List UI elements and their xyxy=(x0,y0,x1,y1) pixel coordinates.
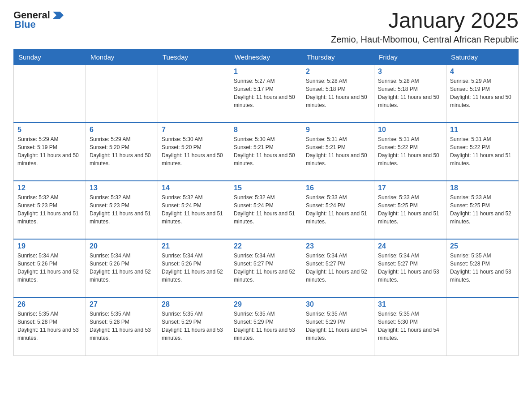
day-info: Sunrise: 5:29 AMSunset: 5:19 PMDaylight:… xyxy=(17,135,82,167)
calendar-cell: 23Sunrise: 5:34 AMSunset: 5:27 PMDayligh… xyxy=(302,239,374,297)
day-info: Sunrise: 5:35 AMSunset: 5:28 PMDaylight:… xyxy=(450,252,515,284)
calendar-cell: 11Sunrise: 5:31 AMSunset: 5:22 PMDayligh… xyxy=(446,123,519,181)
day-info: Sunrise: 5:30 AMSunset: 5:20 PMDaylight:… xyxy=(162,135,226,167)
weekday-header-wednesday: Wednesday xyxy=(230,49,302,64)
calendar-week-row: 26Sunrise: 5:35 AMSunset: 5:28 PMDayligh… xyxy=(14,297,519,355)
day-info: Sunrise: 5:35 AMSunset: 5:29 PMDaylight:… xyxy=(306,310,370,342)
calendar-cell: 24Sunrise: 5:34 AMSunset: 5:27 PMDayligh… xyxy=(374,239,446,297)
day-info: Sunrise: 5:29 AMSunset: 5:20 PMDaylight:… xyxy=(90,135,154,167)
day-number: 26 xyxy=(17,300,82,308)
day-number: 21 xyxy=(162,242,226,250)
calendar-cell: 1Sunrise: 5:27 AMSunset: 5:17 PMDaylight… xyxy=(230,64,302,123)
calendar-cell: 10Sunrise: 5:31 AMSunset: 5:22 PMDayligh… xyxy=(374,123,446,181)
weekday-header-thursday: Thursday xyxy=(302,49,374,64)
day-number: 13 xyxy=(90,184,154,192)
day-number: 18 xyxy=(450,184,515,192)
day-info: Sunrise: 5:34 AMSunset: 5:26 PMDaylight:… xyxy=(90,252,154,284)
day-info: Sunrise: 5:28 AMSunset: 5:18 PMDaylight:… xyxy=(378,77,442,109)
day-info: Sunrise: 5:28 AMSunset: 5:18 PMDaylight:… xyxy=(306,77,370,109)
calendar-cell: 21Sunrise: 5:34 AMSunset: 5:26 PMDayligh… xyxy=(158,239,230,297)
day-info: Sunrise: 5:31 AMSunset: 5:22 PMDaylight:… xyxy=(450,135,515,167)
day-info: Sunrise: 5:34 AMSunset: 5:26 PMDaylight:… xyxy=(17,252,82,284)
calendar-cell: 12Sunrise: 5:32 AMSunset: 5:23 PMDayligh… xyxy=(14,181,86,239)
location-title: Zemio, Haut-Mbomou, Central African Repu… xyxy=(331,34,519,45)
calendar-cell: 9Sunrise: 5:31 AMSunset: 5:21 PMDaylight… xyxy=(302,123,374,181)
day-info: Sunrise: 5:35 AMSunset: 5:29 PMDaylight:… xyxy=(162,310,226,342)
day-info: Sunrise: 5:32 AMSunset: 5:24 PMDaylight:… xyxy=(162,193,226,226)
day-info: Sunrise: 5:34 AMSunset: 5:27 PMDaylight:… xyxy=(234,252,298,284)
calendar-cell: 26Sunrise: 5:35 AMSunset: 5:28 PMDayligh… xyxy=(14,297,86,355)
calendar-cell: 15Sunrise: 5:32 AMSunset: 5:24 PMDayligh… xyxy=(230,181,302,239)
day-info: Sunrise: 5:35 AMSunset: 5:28 PMDaylight:… xyxy=(17,310,82,342)
day-info: Sunrise: 5:30 AMSunset: 5:21 PMDaylight:… xyxy=(234,135,298,167)
day-info: Sunrise: 5:35 AMSunset: 5:29 PMDaylight:… xyxy=(234,310,298,342)
calendar-table: SundayMondayTuesdayWednesdayThursdayFrid… xyxy=(13,49,519,356)
day-info: Sunrise: 5:32 AMSunset: 5:23 PMDaylight:… xyxy=(90,193,154,226)
day-number: 20 xyxy=(90,242,154,250)
logo: General Blue xyxy=(13,9,64,30)
day-number: 15 xyxy=(234,184,298,192)
day-number: 24 xyxy=(378,242,442,250)
calendar-cell: 19Sunrise: 5:34 AMSunset: 5:26 PMDayligh… xyxy=(14,239,86,297)
calendar-cell: 28Sunrise: 5:35 AMSunset: 5:29 PMDayligh… xyxy=(158,297,230,355)
day-info: Sunrise: 5:35 AMSunset: 5:28 PMDaylight:… xyxy=(90,310,154,342)
day-info: Sunrise: 5:34 AMSunset: 5:26 PMDaylight:… xyxy=(162,252,226,284)
day-number: 9 xyxy=(306,126,370,134)
day-info: Sunrise: 5:33 AMSunset: 5:25 PMDaylight:… xyxy=(450,193,515,226)
calendar-week-row: 1Sunrise: 5:27 AMSunset: 5:17 PMDaylight… xyxy=(14,64,519,123)
title-section: January 2025 Zemio, Haut-Mbomou, Central… xyxy=(331,9,519,45)
calendar-week-row: 19Sunrise: 5:34 AMSunset: 5:26 PMDayligh… xyxy=(14,239,519,297)
day-info: Sunrise: 5:33 AMSunset: 5:25 PMDaylight:… xyxy=(378,193,442,226)
day-info: Sunrise: 5:32 AMSunset: 5:24 PMDaylight:… xyxy=(234,193,298,226)
calendar-cell: 29Sunrise: 5:35 AMSunset: 5:29 PMDayligh… xyxy=(230,297,302,355)
day-number: 23 xyxy=(306,242,370,250)
logo-text-blue: Blue xyxy=(14,19,36,30)
day-number: 31 xyxy=(378,300,442,308)
day-number: 1 xyxy=(234,68,298,76)
calendar-cell: 20Sunrise: 5:34 AMSunset: 5:26 PMDayligh… xyxy=(86,239,158,297)
day-info: Sunrise: 5:33 AMSunset: 5:24 PMDaylight:… xyxy=(306,193,370,226)
calendar-cell: 2Sunrise: 5:28 AMSunset: 5:18 PMDaylight… xyxy=(302,64,374,123)
month-title: January 2025 xyxy=(331,9,519,33)
calendar-cell: 5Sunrise: 5:29 AMSunset: 5:19 PMDaylight… xyxy=(14,123,86,181)
day-number: 12 xyxy=(17,184,82,192)
weekday-header-saturday: Saturday xyxy=(446,49,519,64)
day-number: 6 xyxy=(90,126,154,134)
calendar-cell: 30Sunrise: 5:35 AMSunset: 5:29 PMDayligh… xyxy=(302,297,374,355)
svg-marker-0 xyxy=(53,12,64,19)
day-number: 17 xyxy=(378,184,442,192)
calendar-cell: 18Sunrise: 5:33 AMSunset: 5:25 PMDayligh… xyxy=(446,181,519,239)
day-info: Sunrise: 5:31 AMSunset: 5:21 PMDaylight:… xyxy=(306,135,370,167)
page-header: General Blue January 2025 Zemio, Haut-Mb… xyxy=(13,9,519,45)
day-number: 4 xyxy=(450,68,515,76)
calendar-cell: 14Sunrise: 5:32 AMSunset: 5:24 PMDayligh… xyxy=(158,181,230,239)
calendar-cell: 17Sunrise: 5:33 AMSunset: 5:25 PMDayligh… xyxy=(374,181,446,239)
day-info: Sunrise: 5:31 AMSunset: 5:22 PMDaylight:… xyxy=(378,135,442,167)
calendar-cell: 31Sunrise: 5:35 AMSunset: 5:30 PMDayligh… xyxy=(374,297,446,355)
calendar-week-row: 12Sunrise: 5:32 AMSunset: 5:23 PMDayligh… xyxy=(14,181,519,239)
day-number: 5 xyxy=(17,126,82,134)
calendar-cell xyxy=(158,64,230,123)
weekday-header-sunday: Sunday xyxy=(14,49,86,64)
calendar-cell: 3Sunrise: 5:28 AMSunset: 5:18 PMDaylight… xyxy=(374,64,446,123)
day-number: 16 xyxy=(306,184,370,192)
weekday-header-friday: Friday xyxy=(374,49,446,64)
day-number: 22 xyxy=(234,242,298,250)
day-number: 11 xyxy=(450,126,515,134)
weekday-header-monday: Monday xyxy=(86,49,158,64)
day-info: Sunrise: 5:27 AMSunset: 5:17 PMDaylight:… xyxy=(234,77,298,109)
day-number: 8 xyxy=(234,126,298,134)
calendar-cell: 27Sunrise: 5:35 AMSunset: 5:28 PMDayligh… xyxy=(86,297,158,355)
calendar-week-row: 5Sunrise: 5:29 AMSunset: 5:19 PMDaylight… xyxy=(14,123,519,181)
calendar-header-row: SundayMondayTuesdayWednesdayThursdayFrid… xyxy=(14,49,519,64)
day-number: 30 xyxy=(306,300,370,308)
day-info: Sunrise: 5:29 AMSunset: 5:19 PMDaylight:… xyxy=(450,77,515,109)
calendar-cell: 22Sunrise: 5:34 AMSunset: 5:27 PMDayligh… xyxy=(230,239,302,297)
logo-arrow-icon xyxy=(51,9,64,21)
calendar-cell xyxy=(86,64,158,123)
calendar-cell: 6Sunrise: 5:29 AMSunset: 5:20 PMDaylight… xyxy=(86,123,158,181)
calendar-cell: 7Sunrise: 5:30 AMSunset: 5:20 PMDaylight… xyxy=(158,123,230,181)
day-number: 27 xyxy=(90,300,154,308)
day-number: 19 xyxy=(17,242,82,250)
calendar-cell: 25Sunrise: 5:35 AMSunset: 5:28 PMDayligh… xyxy=(446,239,519,297)
